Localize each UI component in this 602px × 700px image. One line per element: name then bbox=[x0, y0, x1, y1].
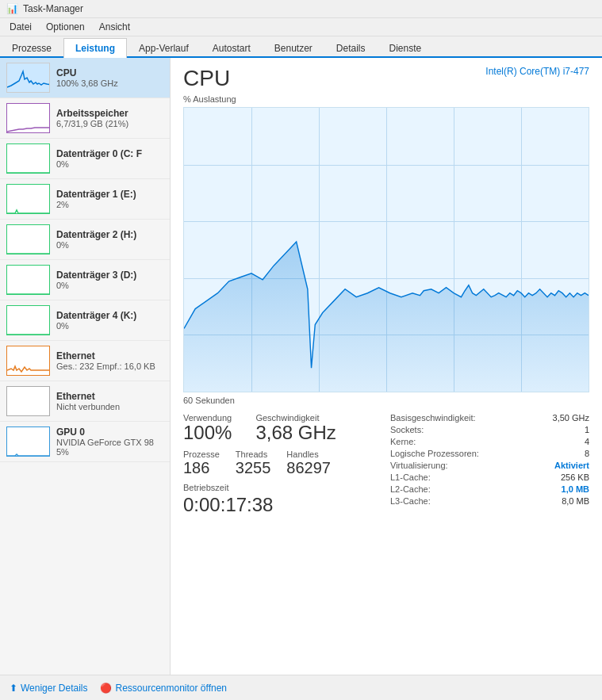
svg-rect-7 bbox=[7, 346, 50, 376]
detail-sockets: Sockets: 1 bbox=[390, 425, 589, 434]
eth0-sub: Ges.: 232 Empf.: 16,0 KB bbox=[56, 361, 163, 371]
title-bar: 📊 Task-Manager bbox=[0, 0, 602, 18]
bottom-bar: ⬆ Weniger Details 🔴 Ressourcenmonitor öf… bbox=[0, 675, 602, 700]
disk3-info: Datenträger 3 (D:) 0% bbox=[56, 270, 163, 290]
disk4-title: Datenträger 4 (K:) bbox=[56, 310, 163, 321]
disk3-title: Datenträger 3 (D:) bbox=[56, 270, 163, 281]
cpu-model: Intel(R) Core(TM) i7-477 bbox=[485, 66, 589, 77]
detail-label-4: Virtualisierung: bbox=[390, 461, 448, 470]
stats-right: Basisgeschwindigkeit: 3,50 GHz Sockets: … bbox=[390, 413, 589, 516]
menu-optionen[interactable]: Optionen bbox=[40, 20, 91, 34]
gpu-thumb bbox=[6, 427, 50, 457]
disk2-thumb bbox=[6, 224, 50, 254]
betrieb-block: Betriebszeit 0:00:17:38 bbox=[183, 483, 382, 516]
stats-left: Verwendung 100% Geschwindigkeit 3,68 GHz… bbox=[183, 413, 382, 516]
ram-sub: 6,7/31,9 GB (21%) bbox=[56, 119, 163, 128]
content-area: CPU Intel(R) Core(TM) i7-477 % Auslastun… bbox=[171, 58, 602, 685]
resource-monitor-button[interactable]: 🔴 Ressourcenmonitor öffnen bbox=[100, 683, 227, 694]
detail-kerne: Kerne: 4 bbox=[390, 437, 589, 446]
gpu-sub2: 5% bbox=[56, 447, 163, 457]
disk1-info: Datenträger 1 (E:) 2% bbox=[56, 189, 163, 209]
disk3-thumb bbox=[6, 265, 50, 295]
disk2-title: Datenträger 2 (H:) bbox=[56, 229, 163, 240]
tab-benutzer[interactable]: Benutzer bbox=[263, 38, 324, 58]
ram-info: Arbeitsspeicher 6,7/31,9 GB (21%) bbox=[56, 108, 163, 128]
tab-leistung[interactable]: Leistung bbox=[63, 38, 127, 58]
svg-marker-10 bbox=[184, 242, 589, 392]
tab-app-verlauf[interactable]: App-Verlauf bbox=[127, 38, 201, 58]
detail-label-2: Kerne: bbox=[390, 437, 416, 446]
svg-rect-0 bbox=[7, 63, 50, 93]
geschwindigkeit-block: Geschwindigkeit 3,68 GHz bbox=[255, 413, 336, 443]
sidebar-item-ram[interactable]: Arbeitsspeicher 6,7/31,9 GB (21%) bbox=[0, 98, 170, 139]
monitor-icon: 🔴 bbox=[100, 683, 112, 694]
chart-time: 60 Sekunden bbox=[183, 396, 589, 405]
cpu-chart bbox=[183, 107, 589, 392]
menu-datei[interactable]: Datei bbox=[3, 20, 38, 34]
disk1-title: Datenträger 1 (E:) bbox=[56, 189, 163, 200]
detail-label-5: L1-Cache: bbox=[390, 472, 431, 482]
sidebar-item-disk3[interactable]: Datenträger 3 (D:) 0% bbox=[0, 260, 170, 300]
detail-l1: L1-Cache: 256 KB bbox=[390, 472, 589, 482]
tab-autostart[interactable]: Autostart bbox=[201, 38, 263, 58]
eth1-thumb bbox=[6, 386, 50, 416]
verwendung-block: Verwendung 100% bbox=[183, 413, 232, 443]
detail-label-3: Logische Prozessoren: bbox=[390, 449, 479, 458]
cpu-title: CPU bbox=[56, 67, 163, 78]
detail-value-7: 8,0 MB bbox=[562, 496, 589, 506]
disk0-title: Datenträger 0 (C: F bbox=[56, 148, 163, 159]
disk2-sub: 0% bbox=[56, 240, 163, 250]
eth0-title: Ethernet bbox=[56, 350, 163, 361]
disk1-sub: 2% bbox=[56, 200, 163, 209]
main-layout: CPU 100% 3,68 GHz Arbeitsspeicher 6,7/31… bbox=[0, 58, 602, 685]
threads-value: 3255 bbox=[236, 459, 271, 476]
stats-grid: Verwendung 100% Geschwindigkeit 3,68 GHz… bbox=[183, 413, 589, 516]
detail-basisgeschwindigkeit: Basisgeschwindigkeit: 3,50 GHz bbox=[390, 413, 589, 423]
detail-label-6: L2-Cache: bbox=[390, 484, 431, 494]
disk0-thumb bbox=[6, 143, 50, 174]
sidebar-item-disk1[interactable]: Datenträger 1 (E:) 2% bbox=[0, 179, 170, 220]
disk4-thumb bbox=[6, 305, 50, 335]
eth1-info: Ethernet Nicht verbunden bbox=[56, 391, 163, 411]
prozesse-block: Prozesse 186 bbox=[183, 449, 220, 476]
svg-rect-9 bbox=[7, 427, 50, 457]
gpu-title: GPU 0 bbox=[56, 427, 163, 438]
handles-value: 86297 bbox=[286, 459, 331, 476]
detail-value-4: Aktiviert bbox=[554, 461, 589, 470]
eth1-sub: Nicht verbunden bbox=[56, 402, 163, 411]
svg-rect-8 bbox=[7, 387, 50, 416]
detail-label-1: Sockets: bbox=[390, 425, 424, 434]
chart-label: % Auslastung bbox=[183, 94, 589, 104]
sidebar-item-eth1[interactable]: Ethernet Nicht verbunden bbox=[0, 381, 170, 422]
disk4-info: Datenträger 4 (K:) 0% bbox=[56, 310, 163, 331]
sidebar-item-gpu[interactable]: GPU 0 NVIDIA GeForce GTX 98 5% bbox=[0, 422, 170, 462]
disk1-thumb bbox=[6, 184, 50, 214]
detail-value-2: 4 bbox=[585, 437, 589, 446]
detail-l2: L2-Cache: 1,0 MB bbox=[390, 484, 589, 494]
disk4-sub: 0% bbox=[56, 321, 163, 331]
tab-dienste[interactable]: Dienste bbox=[378, 38, 434, 58]
verwendung-value: 100% bbox=[183, 423, 232, 443]
threads-block: Threads 3255 bbox=[236, 449, 271, 476]
detail-label-0: Basisgeschwindigkeit: bbox=[390, 413, 476, 423]
handles-block: Handles 86297 bbox=[286, 449, 331, 476]
sidebar-item-disk4[interactable]: Datenträger 4 (K:) 0% bbox=[0, 300, 170, 341]
weniger-details-button[interactable]: ⬆ Weniger Details bbox=[10, 683, 87, 694]
sidebar-item-disk2[interactable]: Datenträger 2 (H:) 0% bbox=[0, 220, 170, 260]
threads-label: Threads bbox=[236, 449, 271, 459]
geschwindigkeit-value: 3,68 GHz bbox=[255, 423, 336, 443]
gpu-sub: NVIDIA GeForce GTX 98 bbox=[56, 438, 163, 447]
sidebar-item-disk0[interactable]: Datenträger 0 (C: F 0% bbox=[0, 139, 170, 179]
detail-value-3: 8 bbox=[585, 449, 589, 458]
menu-ansicht[interactable]: Ansicht bbox=[93, 20, 136, 34]
app-title: Task-Manager bbox=[23, 3, 83, 14]
weniger-details-label: Weniger Details bbox=[21, 683, 87, 694]
detail-logische: Logische Prozessoren: 8 bbox=[390, 449, 589, 458]
sidebar-item-cpu[interactable]: CPU 100% 3,68 GHz bbox=[0, 58, 170, 98]
tab-prozesse[interactable]: Prozesse bbox=[0, 38, 63, 58]
detail-value-0: 3,50 GHz bbox=[553, 413, 589, 423]
tab-details[interactable]: Details bbox=[324, 38, 378, 58]
sidebar-item-eth0[interactable]: Ethernet Ges.: 232 Empf.: 16,0 KB bbox=[0, 341, 170, 381]
app-icon: 📊 bbox=[6, 3, 18, 14]
detail-label-7: L3-Cache: bbox=[390, 496, 431, 506]
